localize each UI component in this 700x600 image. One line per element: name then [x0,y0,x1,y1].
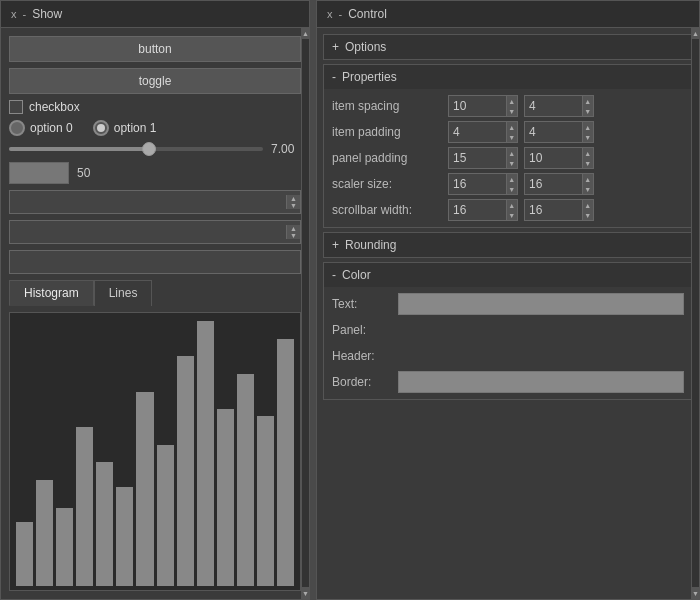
prop-up1-3[interactable]: ▲ [507,174,518,184]
prop-label-3: scaler size: [332,177,442,191]
prop-spinbox2-4[interactable]: ▲ ▼ [524,199,594,221]
prop-down1-0[interactable]: ▼ [507,106,518,116]
number-input[interactable]: 160 [10,225,286,239]
prop-up2-4[interactable]: ▲ [583,200,594,210]
left-scrollbar[interactable]: ▲ ▼ [301,27,309,599]
prop-input1-1[interactable] [449,122,506,142]
prop-input1-4[interactable] [449,200,506,220]
dropdown-down-arrow[interactable]: ▼ [287,202,300,209]
prop-up1-1[interactable]: ▲ [507,122,518,132]
radio-option1[interactable]: option 1 [93,120,157,136]
prop-input1-3[interactable] [449,174,506,194]
prop-input1-2[interactable] [449,148,506,168]
prop-spinbox1-1[interactable]: ▲ ▼ [448,121,518,143]
prop-input2-2[interactable] [525,148,582,168]
button-widget[interactable]: button [9,36,301,62]
left-scroll-down[interactable]: ▼ [302,587,309,599]
prop-down1-2[interactable]: ▼ [507,158,518,168]
prop-down1-4[interactable]: ▼ [507,210,518,220]
number-up-arrow[interactable]: ▲ [287,225,300,232]
prop-input2-4[interactable] [525,200,582,220]
left-scroll-up[interactable]: ▲ [302,27,309,39]
options-header[interactable]: + Options [324,35,692,59]
color-field-3[interactable] [398,371,684,393]
dropdown-input[interactable]: Railgun [10,195,286,209]
prop-down2-0[interactable]: ▼ [583,106,594,116]
tab-histogram[interactable]: Histogram [9,280,94,306]
toggle-widget[interactable]: toggle [9,68,301,94]
prop-up2-3[interactable]: ▲ [583,174,594,184]
prop-spinbox1-0[interactable]: ▲ ▼ [448,95,518,117]
prop-up1-2[interactable]: ▲ [507,148,518,158]
text-field[interactable] [9,250,301,274]
radio1-inner [97,124,105,132]
options-plus: + [332,40,339,54]
color-section: - Color Text: Panel: Header: Border: [323,262,693,400]
prop-row-2: panel padding ▲ ▼ ▲ ▼ [332,147,684,169]
histogram-bar [197,321,214,586]
color-row-1: Panel: [332,319,684,341]
prop-spinbox2-2[interactable]: ▲ ▼ [524,147,594,169]
prop-up2-2[interactable]: ▲ [583,148,594,158]
prop-arrows1-2: ▲ ▼ [506,148,518,168]
right-scrollbar[interactable]: ▲ ▼ [691,27,699,599]
tab-lines[interactable]: Lines [94,280,153,306]
dropdown-field[interactable]: Railgun ▲ ▼ [9,190,301,214]
radio0-label: option 0 [30,121,73,135]
prop-down1-3[interactable]: ▼ [507,184,518,194]
left-close-button[interactable]: x [11,8,17,20]
prop-input2-1[interactable] [525,122,582,142]
color-input-row: 50 [9,162,301,184]
right-panel-title: x - Control [317,1,699,28]
right-close-button[interactable]: x [327,8,333,20]
prop-up2-0[interactable]: ▲ [583,96,594,106]
rounding-header[interactable]: + Rounding [324,233,692,257]
histogram-bar [277,339,294,586]
radio-option0[interactable]: option 0 [9,120,73,136]
prop-input1-0[interactable] [449,96,506,116]
dropdown-up-arrow[interactable]: ▲ [287,195,300,202]
right-scroll-down[interactable]: ▼ [692,587,699,599]
prop-label-0: item spacing [332,99,442,113]
prop-down2-4[interactable]: ▼ [583,210,594,220]
histogram-bar [16,522,33,586]
prop-up1-0[interactable]: ▲ [507,96,518,106]
prop-down1-1[interactable]: ▼ [507,132,518,142]
color-header[interactable]: - Color [324,263,692,287]
prop-spinbox2-0[interactable]: ▲ ▼ [524,95,594,117]
text-input[interactable] [10,255,300,269]
slider-thumb[interactable] [142,142,156,156]
prop-down2-2[interactable]: ▼ [583,158,594,168]
prop-input2-0[interactable] [525,96,582,116]
prop-spinbox1-2[interactable]: ▲ ▼ [448,147,518,169]
prop-up1-4[interactable]: ▲ [507,200,518,210]
prop-row-4: scrollbar width: ▲ ▼ ▲ ▼ [332,199,684,221]
color-content: Text: Panel: Header: Border: [324,287,692,399]
checkbox-widget[interactable] [9,100,23,114]
right-scroll-up[interactable]: ▲ [692,27,699,39]
properties-header[interactable]: - Properties [324,65,692,89]
prop-input2-3[interactable] [525,174,582,194]
prop-spinbox1-4[interactable]: ▲ ▼ [448,199,518,221]
prop-spinbox2-1[interactable]: ▲ ▼ [524,121,594,143]
number-down-arrow[interactable]: ▼ [287,232,300,239]
slider-track[interactable] [9,147,263,151]
prop-spinbox2-3[interactable]: ▲ ▼ [524,173,594,195]
prop-down2-1[interactable]: ▼ [583,132,594,142]
slider-fill [9,147,149,151]
number-field[interactable]: 160 ▲ ▼ [9,220,301,244]
color-swatch[interactable] [9,162,69,184]
prop-up2-1[interactable]: ▲ [583,122,594,132]
histogram-bar [116,487,133,586]
histogram-bar [56,508,73,586]
histogram-bar [76,427,93,586]
prop-down2-3[interactable]: ▼ [583,184,594,194]
right-panel-label: Control [348,7,387,21]
color-minus: - [332,268,336,282]
checkbox-row: checkbox [9,100,301,114]
radio0-outer [9,120,25,136]
color-field-0[interactable] [398,293,684,315]
prop-spinbox1-3[interactable]: ▲ ▼ [448,173,518,195]
rounding-section: + Rounding [323,232,693,258]
color-row-label-0: Text: [332,297,392,311]
